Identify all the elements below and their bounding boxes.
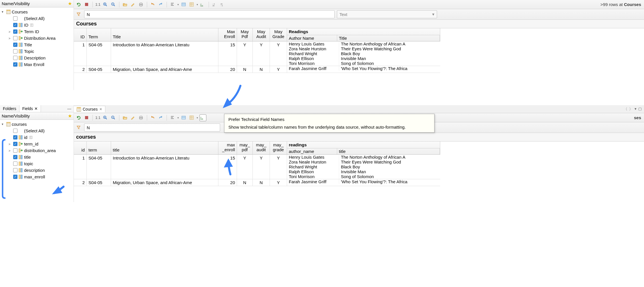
cell[interactable]: 1 bbox=[74, 41, 87, 66]
visibility-checkbox[interactable]: ✓ bbox=[13, 23, 17, 27]
one-to-one-button[interactable]: 1:1 bbox=[95, 115, 100, 121]
cell[interactable]: Y bbox=[270, 41, 287, 66]
grid-button[interactable] bbox=[189, 115, 195, 121]
tab-menu-button[interactable]: ▾ bbox=[635, 107, 637, 112]
zoom-in-button[interactable] bbox=[102, 1, 108, 8]
filter-icon[interactable] bbox=[76, 124, 82, 131]
align-button[interactable] bbox=[169, 115, 176, 121]
tree-item[interactable]: ✓ id ⚿ bbox=[1, 134, 73, 141]
tree-root[interactable]: ▾ Courses bbox=[1, 9, 73, 15]
cell[interactable]: S04-05 bbox=[87, 179, 111, 186]
cell[interactable]: N bbox=[253, 66, 270, 73]
column-header[interactable]: title bbox=[111, 141, 218, 155]
filter-icon[interactable] bbox=[76, 11, 82, 17]
column-header[interactable]: may_audit bbox=[253, 141, 270, 155]
cell[interactable]: Y bbox=[253, 155, 270, 179]
redo-button[interactable] bbox=[158, 115, 164, 121]
close-icon[interactable]: ✕ bbox=[34, 106, 38, 111]
cell[interactable]: S04-05 bbox=[87, 155, 111, 179]
tree-item[interactable]: Description bbox=[1, 55, 73, 61]
cell[interactable]: 20 bbox=[218, 66, 237, 73]
maximize-button[interactable]: ▢ bbox=[638, 107, 642, 112]
chevron-icon[interactable]: > bbox=[9, 142, 12, 146]
visibility-checkbox[interactable] bbox=[13, 16, 17, 21]
fields-tab[interactable]: Fields ✕ bbox=[19, 105, 41, 112]
cell[interactable]: N bbox=[253, 179, 270, 186]
redo-button[interactable] bbox=[158, 1, 164, 8]
tree-item[interactable]: (Select All) bbox=[1, 15, 73, 22]
technical-names-button[interactable] bbox=[200, 1, 206, 8]
open-button[interactable] bbox=[122, 1, 128, 8]
open-button[interactable] bbox=[122, 115, 128, 121]
visibility-checkbox[interactable]: ✓ bbox=[13, 155, 17, 159]
tree-item[interactable]: Topic bbox=[1, 48, 73, 55]
chevron-icon[interactable]: > bbox=[9, 149, 12, 152]
cell[interactable]: 2 bbox=[74, 179, 87, 186]
cell[interactable]: Migration, Urban Space, and African-Ame bbox=[111, 179, 218, 186]
tree-item[interactable]: ✓ max_enroll bbox=[1, 174, 73, 180]
visibility-checkbox[interactable]: ✓ bbox=[13, 29, 17, 34]
folders-tab[interactable]: Folders bbox=[0, 105, 19, 112]
cell[interactable]: Introduction to African-American Literat… bbox=[111, 41, 218, 66]
refresh-button[interactable] bbox=[76, 115, 82, 121]
readings-cell[interactable]: Farah Jasmine Griff'Who Set You Flowing'… bbox=[287, 179, 440, 186]
courses-tab[interactable]: Courses ✕ bbox=[74, 106, 105, 112]
tree-item[interactable]: > ✓ Term ID bbox=[1, 28, 73, 35]
visibility-checkbox[interactable]: ✓ bbox=[13, 43, 17, 47]
star-icon[interactable]: ★ bbox=[68, 113, 72, 119]
undo-button[interactable] bbox=[150, 115, 156, 121]
cell[interactable]: Y bbox=[237, 41, 253, 66]
column-header[interactable]: may_pdf bbox=[237, 141, 253, 155]
form-button[interactable] bbox=[181, 115, 187, 121]
readings-cell[interactable]: Farah Jasmine Griff'Who Set You Flowing'… bbox=[287, 66, 440, 73]
star-icon[interactable]: ★ bbox=[68, 1, 72, 6]
zoom-in-button[interactable] bbox=[102, 115, 108, 121]
column-header[interactable]: Term bbox=[87, 28, 111, 41]
chevron-icon[interactable]: > bbox=[9, 30, 12, 33]
visibility-checkbox[interactable]: ✓ bbox=[13, 62, 17, 67]
cell[interactable]: S04-05 bbox=[87, 66, 111, 73]
minimize-button[interactable]: — bbox=[65, 106, 74, 111]
cell[interactable]: Y bbox=[270, 155, 287, 179]
cell[interactable]: 15 bbox=[218, 155, 237, 179]
print-button[interactable] bbox=[138, 1, 144, 8]
tree-item[interactable]: > Distribution Area bbox=[1, 35, 73, 41]
zoom-out-button[interactable] bbox=[110, 115, 116, 121]
decimal-right-button[interactable] bbox=[220, 1, 226, 8]
tree-item[interactable]: ✓ Max Enroll bbox=[1, 61, 73, 68]
cell[interactable]: 20 bbox=[218, 179, 237, 186]
column-header[interactable]: MayGrade bbox=[270, 28, 287, 41]
column-header[interactable]: MayAudit bbox=[253, 28, 270, 41]
visibility-checkbox[interactable] bbox=[13, 49, 17, 53]
column-header[interactable]: term bbox=[87, 141, 111, 155]
tree-root[interactable]: ▾ courses bbox=[1, 121, 73, 127]
type-selector[interactable]: Text ▾ bbox=[337, 10, 437, 18]
cell[interactable]: 2 bbox=[74, 66, 87, 73]
column-header[interactable]: Title bbox=[111, 28, 218, 41]
tree-item[interactable]: (Select All) bbox=[1, 127, 73, 134]
cell[interactable]: Y bbox=[270, 66, 287, 73]
stop-button[interactable] bbox=[84, 115, 90, 121]
chevron-icon[interactable]: > bbox=[9, 37, 12, 40]
tree-item[interactable]: ✓ title bbox=[1, 154, 73, 160]
stop-button[interactable] bbox=[84, 1, 90, 8]
close-icon[interactable]: ✕ bbox=[99, 107, 102, 111]
visibility-checkbox[interactable] bbox=[13, 129, 17, 133]
visibility-checkbox[interactable] bbox=[13, 168, 17, 172]
cell[interactable]: 15 bbox=[218, 41, 237, 66]
technical-names-button[interactable] bbox=[200, 115, 206, 121]
refresh-button[interactable] bbox=[76, 1, 82, 8]
cell[interactable]: N bbox=[237, 179, 253, 186]
readings-cell[interactable]: Henry Louis GatesThe Norton Anthology of… bbox=[287, 41, 440, 66]
column-header[interactable]: ID bbox=[74, 28, 87, 41]
column-header[interactable]: MayPdf bbox=[237, 28, 253, 41]
visibility-checkbox[interactable] bbox=[13, 56, 17, 60]
column-header[interactable]: Readings Author NameTitle bbox=[287, 28, 440, 41]
column-header[interactable]: readings author_nametitle bbox=[287, 141, 440, 155]
next-tab-button[interactable]: 〉 bbox=[629, 107, 633, 112]
tree-item[interactable]: > distribution_area bbox=[1, 147, 73, 154]
filter-input[interactable] bbox=[84, 10, 335, 18]
edit-button[interactable] bbox=[130, 1, 136, 8]
cell[interactable]: Y bbox=[253, 41, 270, 66]
visibility-checkbox[interactable] bbox=[13, 36, 17, 40]
